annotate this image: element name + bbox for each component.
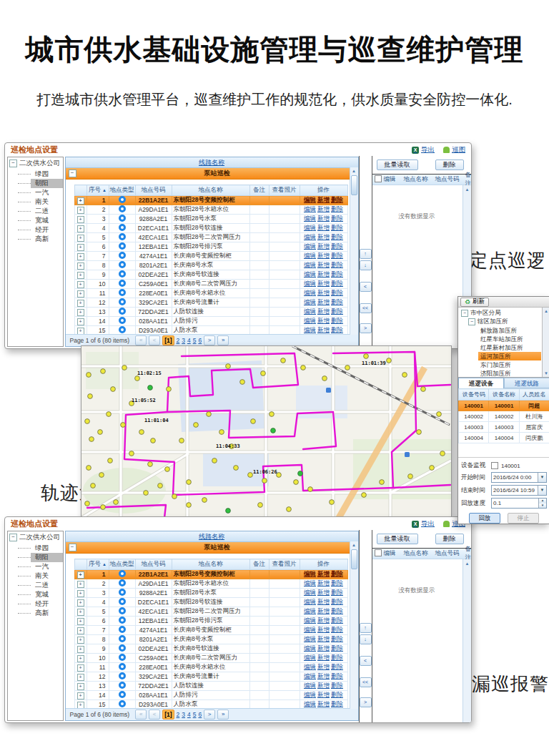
station-item[interactable]: 红星车站加压所 <box>478 335 541 343</box>
tree-root-node[interactable]: − 二次供水公司 <box>8 531 63 544</box>
gps-track-map[interactable]: 11:02:1511:05:5211:01:0411:06:2611:04:33… <box>81 345 452 519</box>
edit-link[interactable]: 编辑 <box>304 252 316 259</box>
route-name-header[interactable]: 线路名称 <box>199 533 224 540</box>
delete-link[interactable]: 删除 <box>331 626 343 633</box>
row-expand-icon[interactable]: + <box>77 253 84 260</box>
patrol-map-link[interactable]: 巡图 <box>443 145 465 154</box>
add-link[interactable]: 新增 <box>317 252 330 259</box>
pager-next-button[interactable]: > <box>204 335 215 345</box>
move-first-button[interactable]: << <box>360 677 372 687</box>
row-expand-icon[interactable]: + <box>77 262 84 270</box>
edit-link[interactable]: 编辑 <box>304 589 316 596</box>
add-link[interactable]: 新增 <box>317 261 330 268</box>
station-item[interactable]: 红星新村加压所 <box>478 343 541 352</box>
edit-link[interactable]: 编辑 <box>304 196 316 203</box>
move-up-button[interactable]: ↑ <box>360 249 372 259</box>
edit-link[interactable]: 编辑 <box>304 205 316 212</box>
table-row[interactable]: +11228EA0E1长庆南8号水箱水位编辑新增删除 <box>74 663 347 672</box>
table-row[interactable]: +612EBA1E1东朝阳28号排污泵编辑新增删除 <box>74 617 347 626</box>
row-expand-icon[interactable]: + <box>77 646 84 653</box>
delete-link[interactable]: 删除 <box>331 224 343 231</box>
tree-item[interactable]: 南关 <box>18 571 63 581</box>
row-expand-icon[interactable]: + <box>77 290 84 298</box>
edit-link[interactable]: 编辑 <box>304 326 316 333</box>
add-link[interactable]: 新增 <box>317 654 330 661</box>
pager-page-link[interactable]: 2 <box>177 337 180 344</box>
add-link[interactable]: 新增 <box>317 617 330 624</box>
row-expand-icon[interactable]: + <box>77 309 84 316</box>
edit-link[interactable]: 编辑 <box>304 626 316 633</box>
delete-link[interactable]: 删除 <box>331 672 343 679</box>
edit-link[interactable]: 编辑 <box>304 261 316 268</box>
row-expand-icon[interactable]: + <box>77 272 84 279</box>
delete-link[interactable]: 删除 <box>331 691 343 698</box>
delete-link[interactable]: 删除 <box>331 589 343 596</box>
delete-link[interactable]: 删除 <box>331 700 343 707</box>
stop-button[interactable]: 停止 <box>508 513 539 524</box>
row-expand-icon[interactable]: + <box>77 674 84 681</box>
add-link[interactable]: 新增 <box>317 289 330 296</box>
panel-scrollbar[interactable]: ▲ <box>463 559 471 722</box>
batch-read-button[interactable]: 批量读取 <box>377 534 418 544</box>
edit-link[interactable]: 编辑 <box>304 308 316 315</box>
table-row[interactable]: +2A29DA1E1东朝阳28号水箱水位编辑新增删除 <box>74 205 347 215</box>
tree-item[interactable]: 宽城 <box>18 590 63 599</box>
row-expand-icon[interactable]: + <box>77 197 84 205</box>
pager-last-button[interactable]: » <box>217 335 229 345</box>
edit-link[interactable]: 编辑 <box>304 672 316 679</box>
add-link[interactable]: 新增 <box>317 317 330 324</box>
row-expand-icon[interactable]: + <box>77 637 84 644</box>
col-note[interactable]: 备注 <box>249 185 269 196</box>
delete-link[interactable]: 删除 <box>331 654 343 661</box>
col-code[interactable]: 地点号码 <box>135 185 172 196</box>
scroll-up-icon[interactable]: ▲ <box>544 308 548 315</box>
tree-scrollbar[interactable]: ▲ ▼ <box>542 308 549 377</box>
row-expand-icon[interactable]: + <box>77 328 84 335</box>
station-item[interactable]: 解放路加压所 <box>478 326 541 335</box>
edit-link[interactable]: 编辑 <box>304 242 316 250</box>
tree-root-node[interactable]: − 二次供水公司 <box>8 157 63 170</box>
device-monitor-checkbox[interactable] <box>491 462 498 469</box>
chevron-down-icon[interactable]: ▼ <box>538 473 546 482</box>
edit-link[interactable]: 编辑 <box>304 691 316 698</box>
table-row[interactable]: +14028AA1E1人防排污编辑新增删除 <box>74 317 347 326</box>
add-link[interactable]: 新增 <box>317 242 330 250</box>
row-expand-icon[interactable]: + <box>77 581 84 588</box>
add-link[interactable]: 新增 <box>317 607 330 614</box>
delete-link[interactable]: 删除 <box>331 252 343 259</box>
tree-item[interactable]: 经开 <box>18 225 63 235</box>
edit-link[interactable]: 编辑 <box>304 663 316 670</box>
delete-link[interactable]: 删除 <box>331 215 343 222</box>
pager-first-button[interactable]: « <box>135 335 147 345</box>
edit-link[interactable]: 编辑 <box>304 682 316 689</box>
table-row[interactable]: +902DEA2E1长庆南8号软连接编辑新增删除 <box>74 644 347 654</box>
row-expand-icon[interactable]: + <box>77 207 84 214</box>
pager-page-link[interactable]: 4 <box>187 337 191 344</box>
pager-first-button[interactable]: « <box>135 710 147 720</box>
add-link[interactable]: 新增 <box>317 682 330 689</box>
add-link[interactable]: 新增 <box>317 326 330 333</box>
pager-next-button[interactable]: > <box>204 710 215 720</box>
delete-link[interactable]: 删除 <box>331 289 343 296</box>
delete-link[interactable]: 删除 <box>331 242 343 250</box>
select-all-checkbox[interactable] <box>375 175 382 182</box>
scroll-up-icon[interactable]: ▲ <box>465 561 470 566</box>
tree-item[interactable]: 朝阳 <box>18 179 63 188</box>
col-name[interactable]: 地点名称 <box>172 559 249 570</box>
edit-link[interactable]: 编辑 <box>304 298 316 305</box>
pager-last-button[interactable]: » <box>217 710 229 720</box>
speed-field[interactable]: 0.1▲▼ <box>491 498 547 509</box>
device-row[interactable]: 140004140004闫庆鹏 <box>459 433 549 443</box>
grid-scrollbar[interactable]: ▲ <box>350 167 358 335</box>
delete-link[interactable]: 删除 <box>331 598 343 605</box>
tab-patrol-device[interactable]: 巡逻设备 <box>458 378 504 388</box>
row-expand-icon[interactable]: + <box>77 599 84 607</box>
move-up-button[interactable]: ↑ <box>360 623 372 633</box>
table-row[interactable]: +74274A1E1长庆南8号变频控制柜编辑新增删除 <box>74 626 347 635</box>
table-row[interactable]: +10C259A0E1长庆南8号二次管网压力编辑新增删除 <box>74 280 347 289</box>
grid-scrollbar[interactable]: ▲ <box>350 541 358 709</box>
add-link[interactable]: 新增 <box>317 644 330 652</box>
move-down-button[interactable]: ↓ <box>360 260 372 270</box>
delete-link[interactable]: 删除 <box>331 635 343 642</box>
delete-link[interactable]: 删除 <box>331 308 343 315</box>
